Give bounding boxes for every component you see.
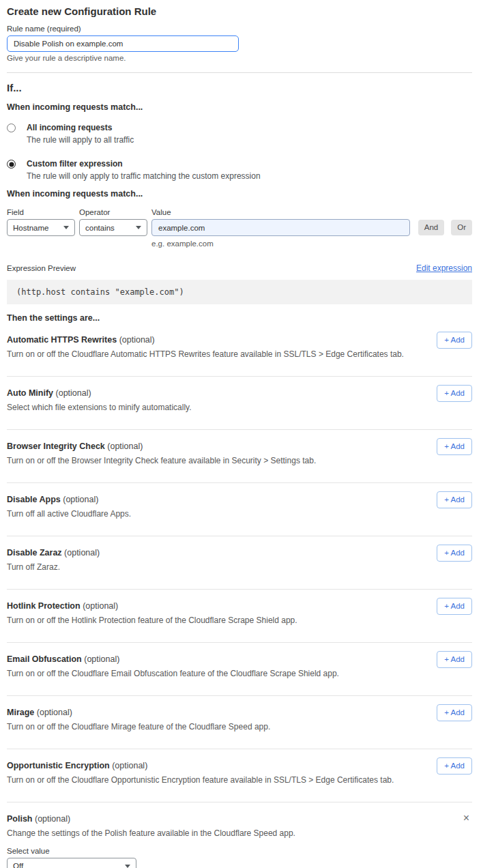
then-settings-heading: Then the settings are...: [7, 313, 472, 323]
section-divider: [7, 72, 472, 73]
setting-name: Email Obfuscation: [7, 654, 82, 664]
rule-name-label: Rule name (required): [7, 24, 472, 33]
operator-select[interactable]: contains: [79, 219, 147, 236]
setting-optional-suffix: (optional): [56, 388, 91, 398]
value-input[interactable]: [151, 219, 410, 236]
polish-select-value: Off: [13, 862, 23, 868]
expression-preview-code: (http.host contains "example.com"): [7, 280, 472, 304]
setting-name: Disable Apps: [7, 495, 61, 504]
rule-name-input[interactable]: [7, 35, 239, 52]
setting-name: Automatic HTTPS Rewrites: [7, 335, 117, 345]
polish-value-select[interactable]: Off: [7, 858, 136, 868]
setting-optional-suffix: (optional): [119, 335, 155, 345]
setting-name: Mirage: [7, 708, 34, 717]
setting-optional-suffix: (optional): [112, 761, 147, 770]
setting-row-opportunistic-encryption: Opportunistic Encryption (optional) Turn…: [7, 749, 472, 802]
radio-label: All incoming requests: [27, 123, 134, 133]
add-disable-apps-button[interactable]: + Add: [437, 491, 472, 508]
operator-label: Operator: [79, 207, 147, 217]
field-select-value: Hostname: [13, 224, 48, 232]
setting-description: Turn on or off the Cloudflare Email Obfu…: [7, 669, 472, 678]
create-configuration-rule-page: Create new Configuration Rule Rule name …: [0, 0, 481, 868]
page-title: Create new Configuration Rule: [7, 5, 472, 18]
edit-expression-link[interactable]: Edit expression: [416, 263, 472, 273]
chevron-down-icon: [136, 226, 141, 229]
add-automatic-https-rewrites-button[interactable]: + Add: [437, 332, 472, 349]
setting-row-email-obfuscation: Email Obfuscation (optional) Turn on or …: [7, 643, 472, 696]
setting-optional-suffix: (optional): [107, 442, 143, 451]
setting-name: Polish: [7, 814, 33, 824]
add-email-obfuscation-button[interactable]: + Add: [437, 651, 472, 668]
setting-name: Opportunistic Encryption: [7, 761, 110, 770]
setting-row-browser-integrity-check: Browser Integrity Check (optional) Turn …: [7, 430, 472, 483]
radio-button-unselected[interactable]: [7, 124, 16, 132]
radio-button-selected[interactable]: [7, 160, 16, 169]
setting-name: Browser Integrity Check: [7, 442, 105, 451]
polish-select-label: Select value: [7, 846, 472, 856]
setting-row-automatic-https-rewrites: Automatic HTTPS Rewrites (optional) Turn…: [7, 323, 472, 377]
setting-description: Select which file extensions to minify a…: [7, 403, 472, 412]
expression-builder-heading: When incoming requests match...: [7, 189, 472, 199]
setting-description: Turn on or off the Cloudflare Automatic …: [7, 349, 472, 359]
add-disable-zaraz-button[interactable]: + Add: [437, 545, 472, 562]
if-heading: If...: [7, 82, 472, 94]
or-button[interactable]: Or: [451, 220, 472, 235]
radio-option-custom-filter-expression[interactable]: Custom filter expression The rule will o…: [7, 159, 472, 181]
setting-optional-suffix: (optional): [37, 708, 72, 717]
incoming-requests-subheading: When incoming requests match...: [7, 102, 472, 113]
setting-description: Turn on or off the Hotlink Protection fe…: [7, 616, 472, 625]
setting-optional-suffix: (optional): [64, 548, 100, 558]
setting-row-mirage: Mirage (optional) Turn on or off the Clo…: [7, 696, 472, 749]
value-label: Value: [151, 207, 410, 217]
setting-description: Turn on or off the Browser Integrity Che…: [7, 456, 472, 465]
radio-description: The rule will apply to all traffic: [27, 135, 134, 145]
setting-optional-suffix: (optional): [83, 601, 118, 611]
close-icon[interactable]: ×: [463, 813, 469, 823]
setting-row-hotlink-protection: Hotlink Protection (optional) Turn on or…: [7, 590, 472, 643]
setting-name: Disable Zaraz: [7, 548, 62, 558]
setting-name: Hotlink Protection: [7, 601, 81, 611]
setting-optional-suffix: (optional): [84, 654, 119, 664]
radio-label: Custom filter expression: [27, 159, 261, 169]
add-opportunistic-encryption-button[interactable]: + Add: [437, 757, 472, 775]
operator-select-value: contains: [85, 224, 115, 232]
setting-description: Turn on or off the Cloudflare Mirage fea…: [7, 722, 472, 732]
request-match-radio-group: All incoming requests The rule will appl…: [7, 123, 472, 181]
setting-description: Change the settings of the Polish featur…: [7, 828, 472, 838]
setting-row-auto-minify: Auto Minify (optional) Select which file…: [7, 377, 472, 430]
add-auto-minify-button[interactable]: + Add: [437, 385, 472, 402]
radio-description: The rule will only apply to traffic matc…: [27, 171, 261, 181]
add-hotlink-protection-button[interactable]: + Add: [437, 598, 472, 615]
expression-preview-label: Expression Preview: [7, 263, 76, 273]
chevron-down-icon: [125, 865, 130, 868]
field-label: Field: [7, 207, 75, 217]
add-browser-integrity-check-button[interactable]: + Add: [437, 438, 472, 455]
setting-row-disable-apps: Disable Apps (optional) Turn off all act…: [7, 483, 472, 536]
setting-description: Turn off Zaraz.: [7, 562, 472, 572]
expression-builder: Field Hostname Operator contains Value e…: [7, 207, 472, 248]
chevron-down-icon: [63, 226, 69, 229]
add-mirage-button[interactable]: + Add: [437, 704, 472, 721]
setting-description: Turn off all active Cloudflare Apps.: [7, 509, 472, 519]
and-button[interactable]: And: [418, 220, 444, 235]
setting-row-disable-zaraz: Disable Zaraz (optional) Turn off Zaraz.…: [7, 536, 472, 590]
setting-optional-suffix: (optional): [63, 495, 98, 504]
setting-name: Auto Minify: [7, 388, 53, 398]
field-select[interactable]: Hostname: [7, 219, 75, 236]
value-help: e.g. example.com: [151, 239, 410, 248]
radio-option-all-incoming-requests[interactable]: All incoming requests The rule will appl…: [7, 123, 472, 145]
rule-name-help: Give your rule a descriptive name.: [7, 53, 472, 63]
setting-optional-suffix: (optional): [35, 814, 70, 824]
setting-description: Turn on or off the Cloudflare Opportunis…: [7, 775, 472, 785]
setting-row-polish: Polish (optional) Change the settings of…: [7, 802, 472, 868]
